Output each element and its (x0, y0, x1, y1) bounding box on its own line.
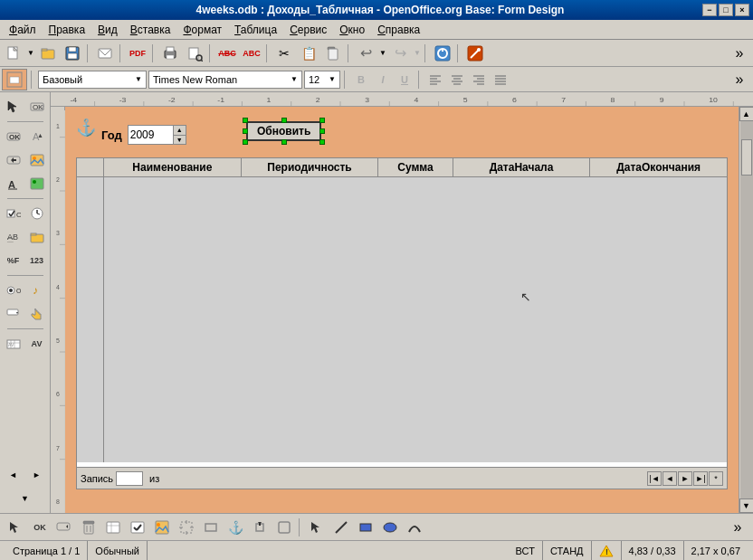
undo-dropdown[interactable]: ▼ (378, 43, 387, 64)
table-body[interactable] (77, 177, 727, 462)
menu-table[interactable]: Таблица (229, 22, 282, 38)
redo-dropdown[interactable]: ▼ (413, 43, 422, 64)
autocorrect-button[interactable]: ABC (240, 43, 263, 64)
numeric-tool[interactable]: 123 (26, 250, 48, 271)
bt-delete[interactable] (77, 517, 100, 538)
clock-tool[interactable] (26, 203, 48, 224)
bt-ellipse[interactable] (378, 517, 402, 538)
radio-tool[interactable]: OK (3, 280, 24, 301)
scroll-down-btn[interactable]: ▼ (3, 488, 48, 509)
update-button-wrapper[interactable]: Обновить (246, 121, 321, 141)
bt-pointer[interactable] (305, 517, 329, 538)
year-up[interactable]: ▲ (174, 126, 186, 136)
email-button[interactable] (93, 43, 117, 64)
percent-tool[interactable]: %F (3, 250, 24, 271)
refresh-nav[interactable] (431, 43, 454, 64)
bt-goto[interactable] (248, 517, 272, 538)
bt-image[interactable] (150, 517, 174, 538)
scroll-thumb[interactable] (741, 139, 752, 176)
menu-format[interactable]: Формат (177, 22, 227, 38)
edit-mode-button[interactable] (463, 43, 487, 64)
image2-tool[interactable] (26, 173, 48, 195)
save-button[interactable] (61, 43, 84, 64)
align-right-button[interactable] (469, 71, 489, 89)
undo-button[interactable]: ↩ (354, 43, 377, 64)
bt-nav[interactable] (101, 517, 125, 538)
bt-select[interactable] (4, 517, 27, 538)
copy-button[interactable]: 📋 (297, 43, 320, 64)
menu-insert[interactable]: Вставка (125, 22, 176, 38)
format-more[interactable]: » (728, 69, 751, 90)
tab-order-button[interactable]: OK12 (26, 96, 48, 118)
nav-prev[interactable]: ◄ (662, 471, 677, 486)
minimize-button[interactable]: − (702, 4, 717, 16)
scroll-left-btn[interactable]: ◄ (3, 464, 24, 486)
spellcheck-button[interactable]: ABC (215, 43, 239, 64)
bt-more[interactable]: » (726, 517, 749, 538)
cut-button[interactable]: ✂ (272, 43, 296, 64)
nav-first[interactable]: |◄ (647, 471, 662, 486)
status-insert[interactable]: ВСТ (509, 541, 543, 560)
bt-rect[interactable] (199, 517, 223, 538)
nav-next[interactable]: ► (678, 471, 692, 486)
bt-placeholder[interactable] (272, 517, 296, 538)
menu-view[interactable]: Вид (92, 22, 123, 38)
ok-button-tool[interactable]: OK (3, 126, 24, 147)
new-dropdown[interactable]: ▼ (26, 43, 35, 64)
paste-button[interactable] (321, 43, 345, 64)
music-tool[interactable]: ♪ (26, 280, 48, 301)
update-wrapper[interactable]: Обновить (246, 121, 321, 141)
new-button[interactable] (2, 43, 25, 64)
grid-tool[interactable]: AV (3, 333, 24, 355)
style-selector[interactable]: Базовый ▼ (38, 71, 147, 89)
text-field-tool[interactable]: AB___ (3, 226, 24, 248)
bt-ok[interactable]: OK (28, 517, 52, 538)
right-scrollbar[interactable]: ▲ ▼ (739, 107, 753, 513)
checkbox-tool[interactable]: OK (3, 203, 24, 224)
print-preview-button[interactable] (183, 43, 206, 64)
format-tool[interactable]: AV (26, 333, 48, 355)
select-tool[interactable] (3, 96, 24, 118)
bt-curve[interactable] (403, 517, 426, 538)
status-standard[interactable]: СТАНД (543, 541, 592, 560)
folder-tool[interactable] (26, 226, 48, 248)
label-tool[interactable]: A (3, 173, 24, 195)
scroll-down-btn-right[interactable]: ▼ (739, 498, 754, 513)
italic-button[interactable]: I (373, 71, 393, 89)
update-button[interactable]: Обновить (246, 121, 321, 141)
dropdown-tool[interactable] (3, 303, 24, 325)
menu-tools[interactable]: Сервис (284, 22, 332, 38)
image-tool[interactable] (26, 149, 48, 171)
scroll-track[interactable] (740, 121, 753, 498)
open-button[interactable] (36, 43, 60, 64)
bt-ok2[interactable] (52, 517, 76, 538)
menu-edit[interactable]: Правка (43, 22, 91, 38)
scroll-right-btn[interactable]: ► (26, 464, 48, 486)
maximize-button[interactable]: □ (719, 4, 733, 16)
menu-help[interactable]: Справка (372, 22, 425, 38)
nav-last[interactable]: ►| (693, 471, 708, 486)
cursor-tool[interactable] (3, 149, 24, 171)
close-button[interactable]: × (735, 4, 749, 16)
font-selector[interactable]: Times New Roman ▼ (148, 71, 302, 89)
scroll-up-tool[interactable]: A▲ (26, 126, 48, 147)
redo-button[interactable]: ↪ (388, 43, 412, 64)
print-button[interactable] (158, 43, 182, 64)
year-down[interactable]: ▼ (174, 136, 186, 145)
bt-select2[interactable] (175, 517, 198, 538)
toolbar-more[interactable]: » (728, 43, 751, 64)
year-field[interactable]: 2009 ▲ ▼ (128, 125, 186, 145)
pdf-button[interactable]: PDF (126, 43, 149, 64)
year-spinner[interactable]: ▲ ▼ (173, 126, 186, 144)
bt-anchor[interactable]: ⚓ (224, 517, 247, 538)
bold-button[interactable]: B (351, 71, 371, 89)
align-center-button[interactable] (447, 71, 467, 89)
align-justify-button[interactable] (491, 71, 510, 89)
nav-new[interactable]: * (709, 471, 723, 486)
form-canvas[interactable]: ⚓ Год 2009 ▲ ▼ (65, 107, 739, 513)
scroll-up-btn[interactable]: ▲ (739, 107, 754, 121)
bt-line[interactable] (329, 517, 353, 538)
menu-window[interactable]: Окно (334, 22, 370, 38)
bt-check[interactable] (126, 517, 149, 538)
align-left-button[interactable] (425, 71, 445, 89)
